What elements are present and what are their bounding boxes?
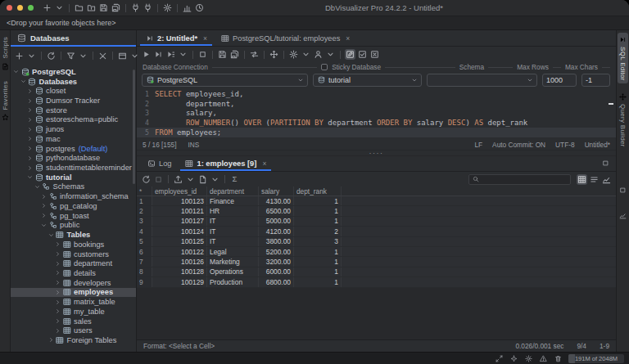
cell-department[interactable]: Marketing (207, 257, 259, 266)
execute-current-icon[interactable] (153, 49, 164, 60)
cell-employees-id[interactable]: 100122 (152, 247, 207, 256)
chart-panel-icon[interactable] (618, 211, 627, 220)
collapse-all-icon[interactable] (97, 51, 108, 61)
cell-department[interactable]: IT (207, 227, 259, 236)
tree-collapse-arrow-icon[interactable] (20, 79, 27, 84)
tree-expand-arrow-icon[interactable] (26, 127, 34, 133)
refresh-icon[interactable] (46, 51, 57, 61)
sql-editor[interactable]: 1SELECT employees_id,2 department,3 sala… (137, 88, 616, 139)
column-header-employees-id[interactable]: employees_id (152, 186, 207, 195)
cell-salary[interactable]: 6800.00 (259, 277, 294, 286)
tree-collapse-arrow-icon[interactable] (40, 222, 48, 228)
maximize-results-icon[interactable] (602, 160, 611, 169)
save-all-icon[interactable] (111, 2, 121, 13)
result-search-box[interactable] (468, 174, 571, 185)
row-number[interactable]: 7 (137, 257, 152, 266)
result-tab-1-employees-9[interactable]: 1: employees [9]× (179, 156, 274, 171)
tree-item-junos[interactable]: junos (11, 124, 136, 134)
cell-dept-rank[interactable]: 3 (294, 237, 342, 246)
tree-expand-arrow-icon[interactable] (54, 328, 61, 334)
search-input[interactable] (482, 175, 568, 183)
cell-department[interactable]: Finance (207, 196, 259, 205)
tree-item-information-schema[interactable]: information_schema (11, 191, 136, 201)
max-rows-input[interactable] (542, 74, 577, 87)
row-number[interactable]: 1 (137, 196, 152, 205)
grid-view-icon[interactable] (577, 174, 587, 185)
close-tab-icon[interactable]: × (346, 34, 350, 43)
tree-item-postgres[interactable]: postgres(Default) (11, 144, 136, 154)
tree-expand-arrow-icon[interactable] (26, 165, 34, 171)
max-chars-input[interactable] (581, 74, 610, 87)
warnings-icon[interactable] (539, 354, 548, 363)
tree-item-matrix-table[interactable]: matrix_table (11, 297, 136, 307)
table-row-7[interactable]: 7100126Marketing3200.001 (137, 257, 616, 267)
monitor-chart-icon[interactable] (182, 2, 192, 13)
save-sql-icon[interactable] (217, 49, 228, 60)
tree-expand-arrow-icon[interactable] (26, 155, 34, 161)
cell-department[interactable]: Legal (207, 247, 259, 256)
open-in-window-icon[interactable] (117, 51, 128, 61)
editor-tab-2-untitled[interactable]: 2: Untitled*× (138, 30, 214, 46)
close-editor-box-icon[interactable] (369, 49, 380, 60)
execute-icon[interactable] (141, 49, 152, 60)
table-row-8[interactable]: 8100128Operations6000.001 (137, 267, 616, 277)
row-number[interactable]: 6 (137, 247, 152, 256)
tab-databases[interactable]: Databases (11, 30, 136, 47)
export-icon[interactable] (173, 174, 183, 185)
cell-employees-id[interactable]: 100124 (152, 227, 207, 236)
favorites-bar[interactable]: <Drop your favorite objects here> (0, 16, 629, 30)
preferences-gear-icon[interactable] (524, 354, 533, 363)
filter-icon[interactable] (66, 51, 76, 61)
table-row-1[interactable]: 1100123Finance4130.001 (137, 196, 616, 206)
table-row-3[interactable]: 3100127IT5000.001 (137, 217, 616, 227)
tree-item-employees[interactable]: employees (11, 288, 136, 298)
tool-strip-tab-query-builder[interactable]: Query Builder (618, 90, 627, 150)
minimize-window-button[interactable] (17, 5, 23, 11)
tree-item-estoreschema-public[interactable]: estoreschema=public (11, 115, 136, 125)
cell-department[interactable]: Production (207, 277, 259, 286)
row-number[interactable]: 3 (137, 217, 152, 226)
tree-item-developers[interactable]: developers (11, 278, 136, 288)
tree-expand-arrow-icon[interactable] (54, 241, 61, 247)
tool-strip-tab-favorites[interactable]: Favorites (1, 81, 10, 123)
cell-dept-rank[interactable]: 1 (294, 277, 342, 286)
connect-icon[interactable] (130, 2, 141, 13)
row-number[interactable]: 2 (137, 206, 152, 215)
table-row-4[interactable]: 4100124IT4120.002 (137, 227, 616, 236)
open-file-icon[interactable] (74, 2, 84, 13)
tree-collapse-arrow-icon[interactable] (34, 184, 41, 190)
close-tab-icon[interactable]: × (262, 160, 266, 168)
auto-commit-box-icon[interactable] (357, 49, 368, 60)
column-header-salary[interactable]: salary (259, 186, 294, 195)
row-number[interactable]: 5 (137, 237, 152, 246)
stop-result-icon[interactable] (153, 174, 164, 185)
stop-icon[interactable] (197, 49, 208, 60)
restore-panel-icon[interactable] (618, 186, 627, 195)
tree-expand-arrow-icon[interactable] (40, 213, 48, 218)
chart-view-icon[interactable] (601, 174, 612, 185)
cell-employees-id[interactable]: 100128 (152, 267, 207, 276)
format-sql-icon[interactable] (269, 49, 279, 60)
row-number[interactable]: 8 (137, 267, 152, 276)
tree-item-my-table[interactable]: my_table (11, 307, 136, 317)
close-tab-icon[interactable]: × (203, 34, 207, 43)
cell-salary[interactable]: 4130.00 (259, 196, 294, 205)
cell-salary[interactable]: 4120.00 (259, 227, 294, 236)
cell-dept-rank[interactable]: 2 (294, 227, 342, 236)
tree-item-bookings[interactable]: bookings (11, 240, 136, 249)
aggregate-sum-icon[interactable]: Σ (229, 174, 240, 185)
history-clock-icon[interactable] (194, 2, 205, 13)
tree-expand-arrow-icon[interactable] (54, 251, 61, 257)
tree-item-estore[interactable]: estore (11, 106, 136, 115)
cell-salary[interactable]: 6500.00 (259, 206, 294, 215)
cell-dept-rank[interactable]: 1 (294, 267, 342, 276)
tree-expand-arrow-icon[interactable] (54, 318, 61, 324)
tree-expand-arrow-icon[interactable] (54, 261, 61, 267)
cell-salary[interactable]: 3800.00 (259, 237, 294, 246)
cell-dept-rank[interactable]: 1 (294, 257, 342, 266)
tree-item-department[interactable]: department (11, 258, 136, 268)
cell-dept-rank[interactable]: 1 (294, 206, 342, 215)
cell-dept-rank[interactable]: 1 (294, 196, 342, 205)
editor-tab-postgresql-tutorial-employees[interactable]: PostgreSQL/tutorial: employees× (214, 30, 356, 46)
add-connection-icon[interactable] (14, 51, 25, 61)
